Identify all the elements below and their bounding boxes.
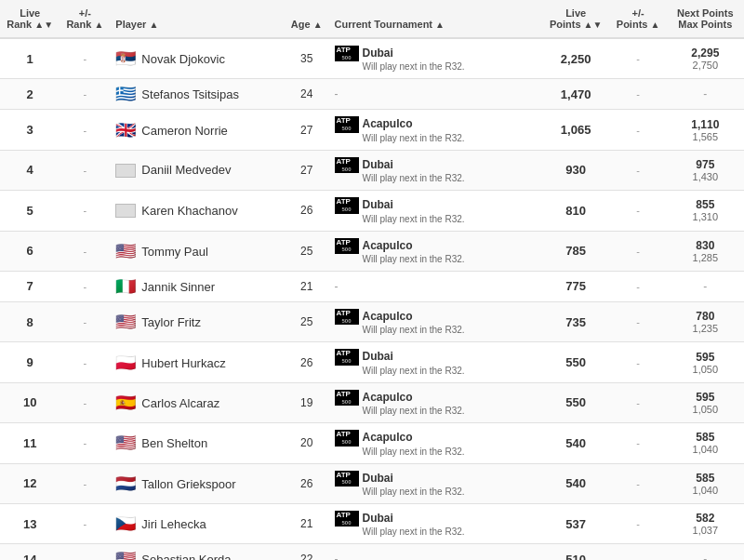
flag-icon: 🇺🇸 xyxy=(115,243,136,260)
live-rank-cell: 4 xyxy=(0,150,60,190)
player-name[interactable]: Sebastian Korda xyxy=(141,553,231,560)
tournament-cell: ATP 500 Dubai Will play next in the R32. xyxy=(329,38,542,79)
header-live-rank[interactable]: LiveRank ▲▼ xyxy=(0,0,60,38)
atp-logo: ATP 500 xyxy=(335,157,359,173)
header-age[interactable]: Age ▲ xyxy=(285,0,329,38)
age-cell: 35 xyxy=(285,38,329,79)
age-cell: 27 xyxy=(285,110,329,150)
atp-logo: ATP 500 xyxy=(335,309,359,325)
live-points-cell: 810 xyxy=(542,191,610,231)
flag-icon: 🇮🇹 xyxy=(115,278,136,295)
next-points-bottom: 1,565 xyxy=(672,131,738,142)
flag-icon: 🇵🇱 xyxy=(115,354,136,371)
flag-icon: 🇳🇱 xyxy=(115,475,136,492)
next-points-top: 595 xyxy=(672,391,738,404)
plus-minus-rank-cell: - xyxy=(60,544,110,560)
player-name[interactable]: Taylor Fritz xyxy=(141,315,201,329)
tournament-name: Dubai xyxy=(363,350,393,363)
next-points-cell: 975 1,430 xyxy=(667,150,744,190)
atp-logo: ATP 500 xyxy=(335,197,359,213)
tournament-name: Dubai xyxy=(363,512,393,525)
player-name[interactable]: Novak Djokovic xyxy=(141,52,225,66)
player-name[interactable]: Tallon Griekspoor xyxy=(141,476,235,490)
live-rank-cell: 10 xyxy=(0,382,60,422)
flag-icon: 🇨🇿 xyxy=(115,515,136,532)
live-rank-cell: 12 xyxy=(0,463,60,503)
age-cell: 19 xyxy=(285,382,329,422)
atp-logo: ATP 500 xyxy=(335,238,359,254)
next-points-top: 780 xyxy=(672,310,738,323)
player-name[interactable]: Cameron Norrie xyxy=(141,123,227,137)
next-points-cell: - xyxy=(667,544,744,560)
age-cell: 26 xyxy=(285,342,329,382)
player-name[interactable]: Hubert Hurkacz xyxy=(141,355,225,369)
next-points-top: 585 xyxy=(672,431,738,444)
plus-minus-points-cell: - xyxy=(610,342,667,382)
flag-icon xyxy=(115,164,136,178)
next-points-value: - xyxy=(703,280,707,293)
tournament-cell: ATP 500 Dubai Will play next in the R32. xyxy=(329,150,542,190)
plus-minus-points-cell: - xyxy=(610,191,667,231)
plus-minus-points-cell: - xyxy=(610,301,667,341)
player-name[interactable]: Jiri Lehecka xyxy=(141,517,206,531)
tournament-name: Acapulco xyxy=(363,431,413,444)
flag-icon xyxy=(115,204,136,218)
header-player[interactable]: Player ▲ xyxy=(110,0,285,38)
next-points-cell: 595 1,050 xyxy=(667,342,744,382)
next-points-cell: 1,110 1,565 xyxy=(667,110,744,150)
next-points-cell: 585 1,040 xyxy=(667,423,744,463)
header-plus-minus-rank[interactable]: +/-Rank ▲ xyxy=(60,0,110,38)
player-name[interactable]: Daniil Medvedev xyxy=(141,164,231,178)
header-current-tournament[interactable]: Current Tournament ▲ xyxy=(329,0,542,38)
tournament-sub: Will play next in the R32. xyxy=(335,406,537,416)
header-plus-minus-points[interactable]: +/-Points ▲ xyxy=(610,0,667,38)
live-rank-cell: 5 xyxy=(0,191,60,231)
next-points-top: 2,295 xyxy=(672,47,738,60)
tournament-cell: ATP 500 Acapulco Will play next in the R… xyxy=(329,301,542,341)
tournament-cell: ATP 500 Dubai Will play next in the R32. xyxy=(329,191,542,231)
next-points-value: - xyxy=(703,553,707,560)
tournament-cell: ATP 500 Dubai Will play next in the R32. xyxy=(329,342,542,382)
player-name[interactable]: Tommy Paul xyxy=(141,244,208,258)
next-points-cell: 2,295 2,750 xyxy=(667,38,744,79)
player-name[interactable]: Jannik Sinner xyxy=(141,279,215,293)
tournament-name: Dubai xyxy=(363,47,393,60)
live-points-cell: 540 xyxy=(542,463,610,503)
player-name[interactable]: Stefanos Tsitsipas xyxy=(141,87,239,101)
atp-logo: ATP 500 xyxy=(335,471,359,487)
plus-minus-rank-cell: - xyxy=(60,423,110,463)
player-cell: Karen Khachanov xyxy=(110,191,285,231)
player-cell: 🇮🇹Jannik Sinner xyxy=(110,271,285,301)
tournament-sub: Will play next in the R32. xyxy=(335,487,537,497)
next-points-top: 582 xyxy=(672,512,738,525)
player-cell: 🇺🇸Ben Shelton xyxy=(110,423,285,463)
player-cell: 🇺🇸Taylor Fritz xyxy=(110,301,285,341)
plus-minus-points-cell: - xyxy=(610,231,667,271)
age-cell: 26 xyxy=(285,191,329,231)
player-name[interactable]: Karen Khachanov xyxy=(141,204,237,218)
flag-icon: 🇷🇸 xyxy=(115,50,136,67)
header-live-points[interactable]: LivePoints ▲▼ xyxy=(542,0,610,38)
table-row: 2 - 🇬🇷Stefanos Tsitsipas 24 - 1,470 - - xyxy=(0,79,744,110)
next-points-bottom: 1,285 xyxy=(672,252,738,263)
live-rank-cell: 11 xyxy=(0,423,60,463)
rankings-table: LiveRank ▲▼ +/-Rank ▲ Player ▲ Age ▲ Cur… xyxy=(0,0,744,560)
player-name[interactable]: Carlos Alcaraz xyxy=(141,395,219,409)
tournament-name: Acapulco xyxy=(363,391,413,404)
next-points-cell: 582 1,037 xyxy=(667,503,744,543)
tournament-cell: - xyxy=(329,544,542,560)
plus-minus-rank-cell: - xyxy=(60,150,110,190)
plus-minus-rank-cell: - xyxy=(60,342,110,382)
tournament-cell: ATP 500 Acapulco Will play next in the R… xyxy=(329,110,542,150)
table-row: 10 - 🇪🇸Carlos Alcaraz 19 ATP 500 Acapulc… xyxy=(0,382,744,422)
player-cell: 🇳🇱Tallon Griekspoor xyxy=(110,463,285,503)
live-points-cell: 550 xyxy=(542,342,610,382)
live-points-cell: 510 xyxy=(542,544,610,560)
player-cell: 🇵🇱Hubert Hurkacz xyxy=(110,342,285,382)
player-name[interactable]: Ben Shelton xyxy=(141,436,207,450)
header-next-points[interactable]: Next PointsMax Points xyxy=(667,0,744,38)
plus-minus-points-cell: - xyxy=(610,503,667,543)
flag-icon: 🇺🇸 xyxy=(115,551,136,560)
tournament-cell: ATP 500 Acapulco Will play next in the R… xyxy=(329,382,542,422)
plus-minus-rank-cell: - xyxy=(60,463,110,503)
